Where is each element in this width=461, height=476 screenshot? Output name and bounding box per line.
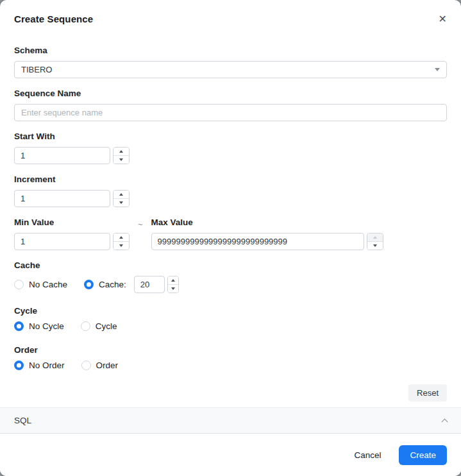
- schema-select-value: TIBERO: [21, 65, 52, 74]
- increment-label: Increment: [14, 174, 447, 184]
- dialog-title: Create Sequence: [14, 13, 93, 24]
- max-value-spinner: [367, 233, 383, 250]
- cycle-label: Cycle: [14, 306, 447, 316]
- reset-row: Reset: [14, 384, 447, 402]
- create-sequence-dialog: Create Sequence ✕ Schema TIBERO Sequence…: [0, 0, 461, 476]
- sequence-name-field: Sequence Name: [14, 89, 447, 121]
- max-value-input[interactable]: [151, 233, 364, 250]
- radio-option-cache[interactable]: Cache:: [84, 280, 126, 289]
- start-with-input[interactable]: [14, 147, 110, 164]
- spinner-up-icon: [367, 234, 383, 241]
- start-with-spinner: [113, 147, 130, 164]
- spinner-up-icon[interactable]: [113, 148, 129, 155]
- radio-option-no-cache[interactable]: No Cache: [14, 280, 67, 289]
- increment-input[interactable]: [14, 190, 110, 207]
- spinner-down-icon[interactable]: [113, 155, 129, 164]
- dialog-header: Create Sequence ✕: [0, 0, 461, 25]
- sql-section-label: SQL: [14, 416, 31, 425]
- cache-size-spinner: [167, 276, 179, 293]
- cycle-field: Cycle No Cycle Cycle: [14, 306, 447, 331]
- increment-spinner: [113, 190, 130, 207]
- cache-field: Cache No Cache Cache:: [14, 260, 447, 293]
- radio-option-no-cycle[interactable]: No Cycle: [14, 321, 64, 331]
- min-value-spinner: [113, 233, 130, 250]
- cache-size-input[interactable]: [134, 276, 165, 293]
- schema-label: Schema: [14, 46, 447, 55]
- max-value-label: Max Value: [151, 217, 383, 227]
- dialog-body: Schema TIBERO Sequence Name Start With I…: [0, 25, 461, 407]
- radio-icon[interactable]: [84, 280, 94, 289]
- dialog-footer: Cancel Create: [0, 434, 461, 476]
- spinner-down-icon[interactable]: [367, 241, 383, 250]
- schema-field: Schema TIBERO: [14, 46, 447, 78]
- spinner-up-icon[interactable]: [113, 191, 129, 198]
- max-value-column: Max Value: [151, 217, 383, 250]
- radio-icon[interactable]: [14, 280, 24, 289]
- radio-icon[interactable]: [81, 361, 91, 370]
- radio-icon[interactable]: [81, 321, 90, 331]
- cache-label: Cache: [14, 260, 447, 270]
- sequence-name-input[interactable]: [14, 104, 447, 121]
- increment-field: Increment: [14, 174, 447, 207]
- min-value-input[interactable]: [14, 233, 110, 250]
- min-value-column: Min Value: [14, 217, 130, 250]
- min-max-field: Min Value ~ Max Value: [14, 217, 447, 250]
- start-with-field: Start With: [14, 132, 447, 164]
- spinner-up-icon[interactable]: [168, 276, 178, 284]
- min-value-label: Min Value: [14, 217, 130, 227]
- create-button[interactable]: Create: [399, 445, 447, 465]
- order-label: Order: [14, 345, 447, 355]
- radio-icon[interactable]: [14, 321, 24, 331]
- sequence-name-label: Sequence Name: [14, 89, 447, 98]
- chevron-down-icon: [435, 68, 440, 71]
- spinner-down-icon[interactable]: [168, 284, 178, 293]
- sql-section-toggle[interactable]: SQL: [0, 407, 461, 434]
- spinner-up-icon[interactable]: [113, 234, 129, 241]
- order-field: Order No Order Order: [14, 345, 447, 370]
- radio-icon[interactable]: [14, 361, 24, 370]
- reset-button[interactable]: Reset: [408, 384, 447, 402]
- radio-option-no-order[interactable]: No Order: [14, 361, 65, 370]
- radio-option-order[interactable]: Order: [81, 361, 119, 370]
- cancel-button[interactable]: Cancel: [353, 446, 382, 464]
- close-icon[interactable]: ✕: [439, 13, 447, 25]
- start-with-label: Start With: [14, 132, 447, 141]
- spinner-down-icon[interactable]: [113, 198, 129, 207]
- spinner-down-icon[interactable]: [113, 241, 129, 250]
- chevron-up-icon: [442, 419, 448, 425]
- schema-select[interactable]: TIBERO: [14, 61, 447, 78]
- range-separator: ~: [130, 219, 151, 229]
- radio-option-cycle[interactable]: Cycle: [81, 321, 117, 331]
